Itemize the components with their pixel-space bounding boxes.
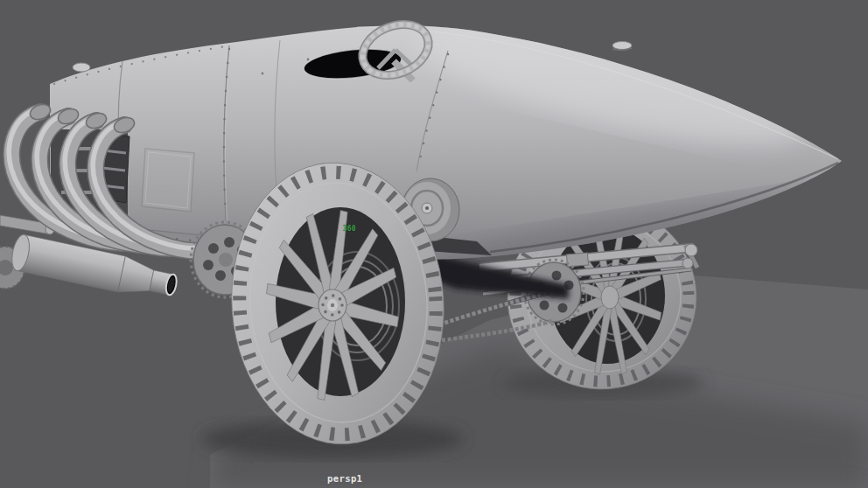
spring-clamp <box>566 253 588 267</box>
viewport[interactable]: 360 persp1 <box>0 0 868 488</box>
spring-shackle <box>685 244 697 256</box>
hood-filler-cap <box>73 63 90 72</box>
tail-filler-cap <box>612 42 632 50</box>
access-panel <box>142 149 194 212</box>
viewport-canvas[interactable] <box>0 0 868 488</box>
far-wheel-hub <box>601 286 619 309</box>
